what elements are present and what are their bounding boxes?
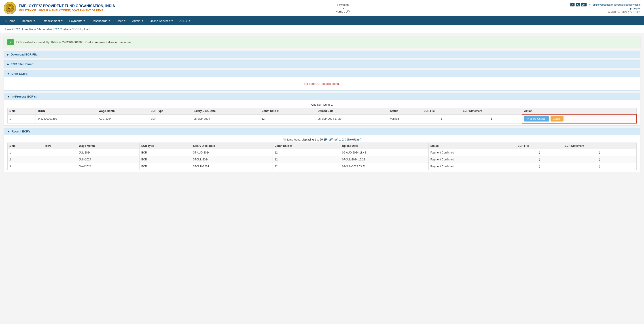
- ecr-statement-download-icon[interactable]: ⇣: [598, 151, 601, 154]
- breadcrumb-ecr-home[interactable]: ECR Home Page: [14, 28, 36, 31]
- recent-cell-ecr-statement: ⇣: [563, 163, 636, 170]
- inprocess-table-info: One item found. 1: [8, 102, 636, 108]
- ecr-upload-section: ▶ ECR File Upload:: [4, 60, 640, 68]
- prepare-challan-button[interactable]: Prepare Challan: [524, 116, 549, 122]
- recent-summary-text: 48 items found, displaying 1 to 20.: [283, 138, 324, 141]
- ecr-statement-download-icon[interactable]: ⇣: [598, 165, 601, 168]
- recent-cell-sno: 2: [8, 156, 41, 163]
- font-medium-btn[interactable]: A: [576, 3, 580, 7]
- recent-col-status: Status: [428, 143, 516, 149]
- recent-cell-upload-date: 06-AUG-2024 18:42: [340, 149, 428, 156]
- expand-icon: ▼: [7, 72, 10, 75]
- recent-cell-trrn: [41, 156, 77, 163]
- col-upload-date: Upload Date: [316, 108, 388, 115]
- logout-button[interactable]: Logout: [633, 7, 640, 10]
- recent-cell-status: Payment Confirmed: [428, 156, 516, 163]
- nav-home[interactable]: ⌂ Home: [2, 16, 18, 25]
- recent-cell-ecr-type: ECR: [139, 163, 191, 170]
- recent-cell-wage-month: MAY-2024: [77, 163, 140, 170]
- col-action: Action: [522, 108, 636, 115]
- nav-admin[interactable]: Admin ▼: [129, 16, 147, 25]
- recent-col-sno: S No.: [8, 143, 41, 149]
- recent-col-upload-date: Upload Date: [340, 143, 428, 149]
- draft-ecr-title: Draft ECR's:: [12, 72, 28, 75]
- pagination-last[interactable]: [Next/Last]: [347, 138, 361, 141]
- col-sno: S No.: [8, 108, 36, 115]
- download-ecr-title: Download ECR File:: [11, 53, 38, 56]
- nav-dashboards[interactable]: Dashboards ▼: [88, 16, 113, 25]
- nav-online-services[interactable]: Online Services ▼: [147, 16, 176, 25]
- nav-member[interactable]: Member ▼: [18, 16, 39, 25]
- recent-cell-salary-disb: 05-AUG-2024: [191, 149, 273, 156]
- recent-ecr-body: 48 items found, displaying 1 to 20. [Fir…: [4, 135, 640, 172]
- inprocess-summary-link[interactable]: 1: [331, 103, 333, 106]
- ecr-statement-download-icon[interactable]: ⇣: [598, 158, 601, 161]
- recent-cell-ecr-type: ECR: [139, 156, 191, 163]
- pagination-first[interactable]: [First/Prev]: [324, 138, 338, 141]
- col-trrn: TRRN: [36, 108, 97, 115]
- chevron-down-icon: ▼: [61, 20, 63, 22]
- recent-cell-status: Payment Confirmed: [428, 149, 516, 156]
- cell-salary-disb: 05-SEP-2024: [192, 114, 260, 123]
- draft-ecr-header[interactable]: ▼ Draft ECR's:: [4, 70, 640, 77]
- recent-ecr-section: ▼ Recent ECR's: 48 items found, displayi…: [4, 128, 640, 172]
- chevron-down-icon: ▼: [141, 20, 144, 22]
- cell-wage-month: AUG-2024: [97, 114, 149, 123]
- recent-col-ecr-type: ECR Type: [139, 143, 191, 149]
- datetime-text: Wed 04 Sep 2024 (PV 5.0.47): [608, 11, 640, 14]
- font-small-btn[interactable]: A: [570, 3, 575, 7]
- chevron-down-icon: ▼: [33, 20, 35, 22]
- col-salary-disb: Salary Disb. Date: [192, 108, 260, 115]
- success-alert: ✓ ECR verified successfully. TRRN is 248…: [4, 36, 640, 48]
- recent-cell-ecr-file: ⇣: [516, 156, 563, 163]
- chevron-down-icon: ▼: [124, 20, 126, 22]
- nav-user[interactable]: User ▼: [113, 16, 129, 25]
- header-right: A A A+ ✉ employerfeedback[at]epfindia[do…: [570, 3, 640, 14]
- draft-ecr-body: No draft ECR details found.: [4, 77, 640, 90]
- font-large-btn[interactable]: A+: [581, 3, 587, 7]
- recent-ecr-table: S No. TRRN Wage Month ECR Type Salary Di…: [8, 143, 636, 170]
- logo-inner: EPF: [4, 3, 16, 14]
- recent-cell-salary-disb: 05-JUN-2024: [191, 163, 273, 170]
- nav-payments[interactable]: Payments ▼: [66, 16, 88, 25]
- header-center: ● Welcon Est Name : UP: [336, 3, 350, 13]
- header: EPF EMPLOYEES' PROVIDENT FUND ORGANISATI…: [0, 0, 644, 16]
- ecr-statement-download-icon[interactable]: ⇣: [490, 117, 493, 121]
- ecr-file-download-icon[interactable]: ⇣: [440, 117, 443, 121]
- breadcrumb-actionable-ecr[interactable]: Actionable ECR Challans: [38, 28, 71, 31]
- inprocess-ecr-body: One item found. 1 S No. TRRN Wage Month …: [4, 100, 640, 125]
- pagination-page-1[interactable]: 1: [339, 138, 341, 141]
- recent-col-wage-month: Wage Month: [77, 143, 140, 149]
- main-content: ✓ ECR verified successfully. TRRN is 248…: [0, 33, 644, 177]
- pagination-page-2[interactable]: 2: [342, 138, 344, 141]
- inprocess-ecr-section: ▼ In-Process ECR's: One item found. 1 S …: [4, 93, 640, 126]
- col-ecr-statement: ECR Statement: [461, 108, 522, 115]
- recent-cell-trrn: [41, 149, 77, 156]
- nav-abry[interactable]: ABRY ▼: [176, 16, 194, 25]
- ecr-file-download-icon[interactable]: ⇣: [538, 158, 541, 161]
- cell-ecr-statement: ⇣: [461, 114, 522, 123]
- recent-cell-ecr-statement: ⇣: [563, 156, 636, 163]
- recent-cell-status: Payment Confirmed: [428, 163, 516, 170]
- inprocess-ecr-header[interactable]: ▼ In-Process ECR's:: [4, 93, 640, 100]
- draft-ecr-section: ▼ Draft ECR's: No draft ECR details foun…: [4, 70, 640, 91]
- cancel-button[interactable]: Cancel: [550, 116, 563, 122]
- nav-establishment[interactable]: Establishment ▼: [38, 16, 66, 25]
- recent-ecr-title: Recent ECR's:: [12, 130, 32, 133]
- recent-ecr-header[interactable]: ▼ Recent ECR's:: [4, 128, 640, 135]
- ecr-file-download-icon[interactable]: ⇣: [538, 151, 541, 154]
- cell-action: Prepare Challan Cancel: [522, 114, 636, 123]
- breadcrumb-home[interactable]: Home: [4, 28, 12, 31]
- ecr-file-download-icon[interactable]: ⇣: [538, 165, 541, 168]
- download-ecr-header[interactable]: ▶ Download ECR File:: [4, 51, 640, 58]
- cell-ecr-type: ECR: [149, 114, 192, 123]
- table-row: 3 MAY-2024 ECR 05-JUN-2024 12 09-JUN-202…: [8, 163, 636, 170]
- recent-cell-ecr-file: ⇣: [516, 163, 563, 170]
- breadcrumb-ecr-upload: ECR Upload: [73, 28, 90, 31]
- navbar: ⌂ Home Member ▼ Establishment ▼ Payments…: [0, 16, 644, 25]
- expand-icon: ▶: [7, 63, 9, 66]
- chevron-down-icon: ▼: [108, 20, 110, 22]
- recent-cell-salary-disb: 05-JUL-2024: [191, 156, 273, 163]
- pagination-page-3[interactable]: 3: [345, 138, 346, 141]
- ecr-upload-header[interactable]: ▶ ECR File Upload:: [4, 61, 640, 68]
